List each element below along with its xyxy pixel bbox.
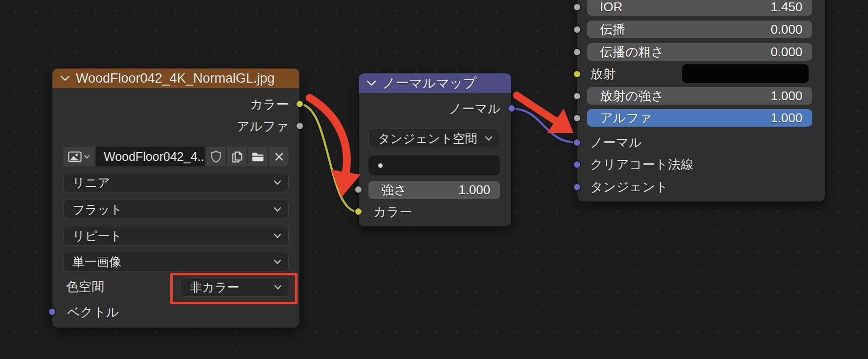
interpolation-value: リニア	[72, 175, 110, 191]
open-image-button[interactable]	[248, 147, 268, 166]
chevron-down-icon	[274, 233, 281, 239]
tangent-input-row: タンジェント	[590, 178, 668, 196]
fake-user-button[interactable]	[206, 147, 226, 166]
node-title: ノーマルマップ	[382, 74, 477, 92]
image-name-field[interactable]: WoodFloor042_4...	[96, 147, 205, 166]
copy-icon	[231, 150, 243, 163]
ior-slider[interactable]: IOR 1.450	[587, 0, 812, 16]
strength-label: 強さ	[381, 181, 407, 199]
annotation-arrow-1-shaft	[310, 98, 347, 172]
normal-output-socket[interactable]	[507, 104, 516, 112]
chevron-down-icon	[274, 180, 281, 185]
transmission-roughness-value: 0.000	[771, 45, 802, 60]
alpha-input-socket[interactable]	[573, 114, 581, 122]
projection-value: フラット	[72, 202, 122, 218]
emission-strength-slider[interactable]: 放射の強さ 1.000	[587, 87, 812, 105]
transmission-slider[interactable]: 伝播 0.000	[587, 21, 812, 38]
space-select[interactable]: タンジェント空間	[368, 129, 500, 148]
emission-input-socket[interactable]	[573, 70, 581, 78]
chevron-down-icon	[274, 207, 281, 212]
transmission-label: 伝播	[600, 21, 625, 38]
uvmap-dot-icon	[378, 163, 383, 168]
color-input-socket[interactable]	[354, 207, 363, 216]
annotation-arrow-2-head	[547, 109, 573, 133]
close-icon	[274, 152, 284, 162]
annotation-highlight-rect	[170, 273, 297, 304]
chevron-down-icon	[485, 136, 493, 141]
transmission-roughness-label: 伝播の粗さ	[600, 44, 664, 61]
transmission-roughness-slider[interactable]: 伝播の粗さ 0.000	[587, 43, 812, 61]
chevron-down-icon	[84, 155, 90, 159]
extension-select[interactable]: リピート	[63, 226, 289, 246]
interpolation-select[interactable]: リニア	[63, 173, 289, 192]
ior-label: IOR	[600, 0, 622, 15]
wire-normal-to-bsdf	[511, 109, 576, 142]
colorspace-label-row: 色空間	[66, 278, 104, 295]
wire-color-to-normalmap-outline	[299, 104, 358, 212]
tangent-input-socket[interactable]	[573, 183, 581, 191]
clearcoat-normal-input-label: クリアコート法線	[590, 156, 693, 173]
color-input-label: カラー	[373, 203, 412, 221]
image-browser-button[interactable]	[63, 147, 94, 166]
emission-strength-value: 1.000	[771, 89, 802, 104]
collapse-chevron-icon[interactable]	[366, 80, 376, 87]
strength-slider[interactable]: 強さ 1.000	[368, 181, 500, 199]
ior-input-socket[interactable]	[573, 3, 581, 11]
duplicate-image-button[interactable]	[227, 147, 247, 166]
color-input-row: カラー	[373, 203, 412, 221]
normal-output-row: ノーマル	[359, 100, 501, 117]
image-datablock-row: WoodFloor042_4...	[63, 147, 289, 166]
node-principled-bsdf[interactable]: IOR 1.450 伝播 0.000 伝播の粗さ 0.000 放射 放射の強さ …	[577, 0, 825, 202]
vector-input-socket[interactable]	[48, 308, 56, 316]
normal-input-row: ノーマル	[590, 134, 642, 151]
uvmap-field[interactable]	[368, 156, 500, 175]
extension-value: リピート	[72, 228, 122, 244]
strength-input-socket[interactable]	[354, 185, 363, 194]
projection-select[interactable]: フラット	[63, 200, 289, 219]
normal-map-header[interactable]: ノーマルマップ	[359, 73, 511, 93]
alpha-output-row: アルファ	[52, 117, 289, 135]
clearcoat-normal-input-row: クリアコート法線	[590, 156, 693, 173]
emission-row: 放射	[590, 65, 616, 83]
unlink-image-button[interactable]	[269, 147, 289, 166]
emission-strength-label: 放射の強さ	[600, 88, 664, 105]
color-output-socket[interactable]	[296, 100, 304, 108]
color-output-row: カラー	[52, 95, 289, 113]
alpha-output-label: アルファ	[237, 118, 289, 135]
normal-input-socket[interactable]	[573, 138, 581, 147]
node-editor-canvas[interactable]: WoodFloor042_4K_NormalGL.jpg カラー アルファ Wo…	[0, 0, 868, 359]
source-value: 単一画像	[72, 254, 121, 270]
image-name-text: WoodFloor042_4...	[104, 150, 205, 164]
collapse-chevron-icon[interactable]	[60, 75, 70, 82]
emission-color-swatch[interactable]	[683, 65, 808, 83]
annotation-arrow-2-shaft	[517, 95, 555, 121]
space-value: タンジェント空間	[378, 131, 478, 147]
wire-normal-to-bsdf-outline	[511, 109, 576, 142]
transmission-input-socket[interactable]	[573, 25, 581, 34]
emission-strength-input-socket[interactable]	[573, 92, 581, 100]
clearcoat-normal-input-socket[interactable]	[573, 160, 581, 169]
node-title: WoodFloor042_4K_NormalGL.jpg	[76, 71, 274, 86]
image-icon	[68, 151, 82, 162]
normal-output-label: ノーマル	[449, 100, 501, 117]
image-node-header[interactable]: WoodFloor042_4K_NormalGL.jpg	[52, 68, 299, 88]
chevron-down-icon	[274, 259, 281, 265]
alpha-output-socket[interactable]	[296, 122, 304, 130]
wire-color-to-normalmap	[299, 104, 358, 212]
alpha-label: アルファ	[600, 110, 652, 127]
strength-value: 1.000	[458, 182, 490, 198]
color-output-label: カラー	[250, 96, 289, 113]
tangent-input-label: タンジェント	[590, 179, 668, 196]
ior-value: 1.450	[771, 0, 802, 15]
colorspace-label: 色空間	[66, 278, 104, 295]
source-select[interactable]: 単一画像	[63, 252, 289, 271]
alpha-value: 1.000	[771, 111, 802, 126]
emission-label: 放射	[590, 66, 616, 83]
transmission-roughness-input-socket[interactable]	[573, 48, 581, 56]
vector-input-label: ベクトル	[67, 304, 119, 321]
vector-input-row: ベクトル	[67, 303, 119, 321]
alpha-slider[interactable]: アルファ 1.000	[587, 109, 812, 127]
normal-input-label: ノーマル	[590, 134, 642, 151]
node-normal-map[interactable]: ノーマルマップ ノーマル タンジェント空間 強さ 1.000 カラー	[359, 73, 511, 226]
folder-icon	[251, 151, 265, 162]
